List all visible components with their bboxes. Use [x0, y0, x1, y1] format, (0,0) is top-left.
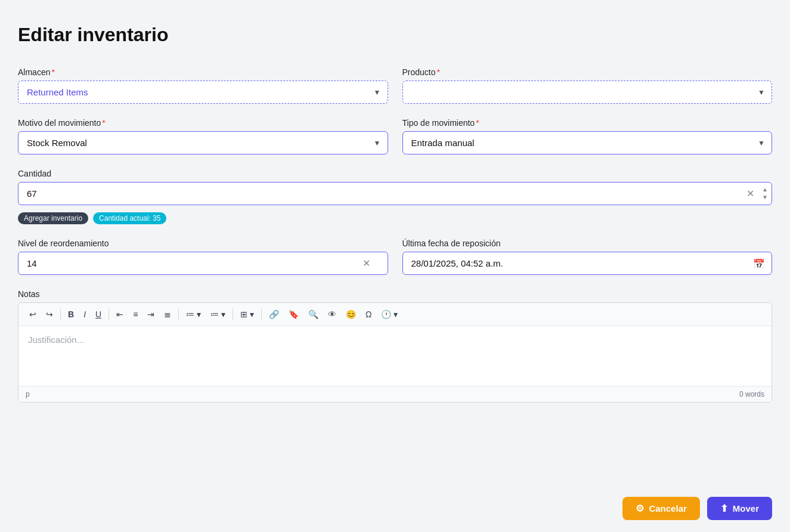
cantidad-increment-button[interactable]: ▲ — [761, 186, 769, 193]
nivel-input[interactable] — [18, 252, 388, 275]
fecha-input-wrapper: 📅 — [402, 252, 773, 275]
fecha-input[interactable] — [402, 252, 773, 275]
cantidad-decrement-button[interactable]: ▼ — [761, 194, 769, 201]
footer-actions: ⚙ Cancelar ⬆ Mover — [605, 485, 790, 532]
bullet-list-button[interactable]: ≔ ▾ — [182, 308, 205, 321]
cancel-label: Cancelar — [649, 503, 686, 514]
divider-4 — [233, 308, 233, 320]
motivo-select[interactable]: Stock Removal — [18, 131, 388, 154]
align-right-button[interactable]: ⇥ — [144, 308, 158, 321]
almacen-group: Almacen* Returned Items ▼ — [18, 67, 388, 104]
row-nivel-fecha: Nivel de reordenamiento ✕ Última fecha d… — [18, 239, 772, 275]
tipo-label: Tipo de movimiento* — [402, 118, 773, 128]
redo-button[interactable]: ↪ — [42, 308, 57, 321]
align-left-button[interactable]: ⇤ — [113, 308, 127, 321]
italic-button[interactable]: I — [80, 308, 89, 321]
row-cantidad: Cantidad ✕ ▲ ▼ Agregar inventario Cantid… — [18, 169, 772, 224]
motivo-select-wrapper: Stock Removal ▼ — [18, 131, 388, 154]
cancel-icon: ⚙ — [636, 503, 644, 514]
tipo-select-wrapper: Entrada manual ▼ — [402, 131, 773, 154]
cantidad-label: Cantidad — [18, 169, 772, 178]
cantidad-spinner: ▲ ▼ — [761, 182, 769, 205]
cantidad-badges: Agregar inventario Cantidad actual: 35 — [18, 212, 772, 224]
cantidad-clear-button[interactable]: ✕ — [746, 189, 754, 199]
editor-footer: p 0 words — [18, 386, 772, 402]
link-button[interactable]: 🔗 — [265, 308, 283, 321]
align-justify-button[interactable]: ≣ — [160, 308, 175, 321]
bookmark-button[interactable]: 🔖 — [285, 308, 302, 321]
almacen-label: Almacen* — [18, 67, 388, 77]
search-button[interactable]: 🔍 — [305, 308, 322, 321]
motivo-label: Motivo del movimiento* — [18, 118, 388, 128]
nivel-input-wrapper: ✕ — [18, 252, 388, 275]
move-label: Mover — [733, 503, 759, 514]
tipo-select[interactable]: Entrada manual — [402, 131, 773, 154]
divider-3 — [178, 308, 179, 320]
fecha-group: Última fecha de reposición 📅 — [402, 239, 773, 275]
notas-editor-body[interactable]: Justificación... — [18, 326, 772, 386]
move-icon: ⬆ — [720, 503, 728, 514]
notas-section: Notas ↩ ↪ B I U ⇤ ≡ ⇥ ≣ ≔ ▾ ≔ ▾ ⊞ ▾ 🔗 🔖 … — [18, 289, 772, 403]
fecha-label: Última fecha de reposición — [402, 239, 773, 248]
almacen-select-wrapper: Returned Items ▼ — [18, 81, 388, 104]
history-button[interactable]: 🕐 ▾ — [377, 308, 401, 321]
move-button[interactable]: ⬆ Mover — [707, 497, 772, 520]
producto-group: Producto* ▼ — [402, 67, 773, 104]
tipo-group: Tipo de movimiento* Entrada manual ▼ — [402, 118, 773, 154]
producto-label: Producto* — [402, 67, 773, 77]
producto-select[interactable] — [402, 81, 773, 104]
editor-toolbar: ↩ ↪ B I U ⇤ ≡ ⇥ ≣ ≔ ▾ ≔ ▾ ⊞ ▾ 🔗 🔖 🔍 👁 😊 … — [18, 303, 772, 326]
nivel-clear-button[interactable]: ✕ — [363, 259, 370, 268]
ordered-list-button[interactable]: ≔ ▾ — [207, 308, 229, 321]
page-title: Editar inventario — [18, 24, 772, 46]
cantidad-input-wrapper: ✕ ▲ ▼ — [18, 182, 772, 205]
editor-container: ↩ ↪ B I U ⇤ ≡ ⇥ ≣ ≔ ▾ ≔ ▾ ⊞ ▾ 🔗 🔖 🔍 👁 😊 … — [18, 302, 772, 403]
cantidad-input[interactable] — [18, 182, 772, 205]
omega-button[interactable]: Ω — [362, 308, 375, 321]
cancel-button[interactable]: ⚙ Cancelar — [622, 497, 699, 520]
producto-select-wrapper: ▼ — [402, 81, 773, 104]
bold-button[interactable]: B — [64, 308, 78, 321]
almacen-select[interactable]: Returned Items — [18, 81, 388, 104]
add-inventory-badge: Agregar inventario — [18, 212, 88, 224]
motivo-group: Motivo del movimiento* Stock Removal ▼ — [18, 118, 388, 154]
paragraph-tag: p — [26, 390, 30, 398]
cantidad-group: Cantidad ✕ ▲ ▼ Agregar inventario Cantid… — [18, 169, 772, 224]
nivel-label: Nivel de reordenamiento — [18, 239, 388, 248]
align-center-button[interactable]: ≡ — [129, 308, 141, 321]
notas-placeholder: Justificación... — [28, 335, 84, 345]
divider-2 — [109, 308, 109, 320]
current-quantity-badge: Cantidad actual: 35 — [93, 212, 166, 224]
divider-1 — [60, 308, 61, 320]
emoji-button[interactable]: 😊 — [342, 308, 360, 321]
eye-button[interactable]: 👁 — [324, 308, 340, 321]
notas-label: Notas — [18, 289, 772, 299]
word-count: 0 words — [739, 390, 764, 398]
table-button[interactable]: ⊞ ▾ — [237, 308, 258, 321]
row-motivo-tipo: Motivo del movimiento* Stock Removal ▼ T… — [18, 118, 772, 154]
row-almacen-producto: Almacen* Returned Items ▼ Producto* ▼ — [18, 67, 772, 104]
divider-5 — [261, 308, 262, 320]
underline-button[interactable]: U — [92, 308, 105, 321]
nivel-group: Nivel de reordenamiento ✕ — [18, 239, 388, 275]
undo-button[interactable]: ↩ — [26, 308, 40, 321]
